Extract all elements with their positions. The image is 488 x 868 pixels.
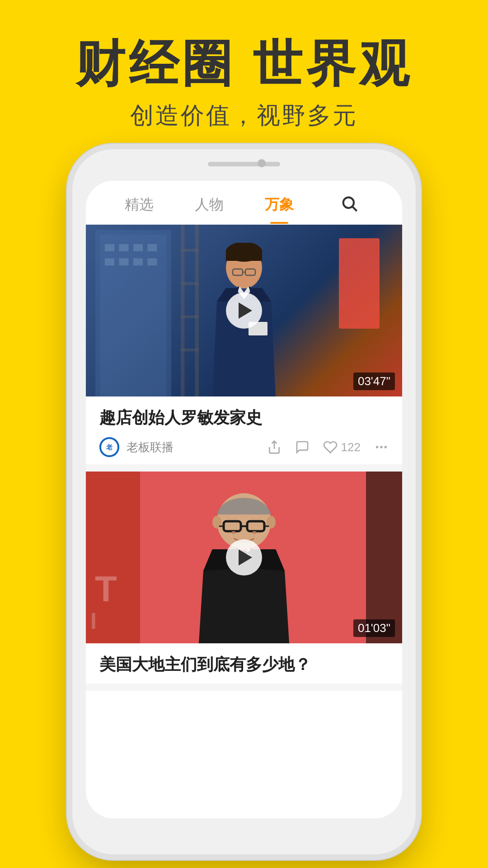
svg-rect-10: [133, 259, 143, 266]
svg-rect-4: [105, 244, 114, 251]
svg-rect-20: [226, 250, 262, 261]
like-action[interactable]: 122: [323, 440, 361, 454]
phone-screen: 精选 人物 万象: [86, 181, 402, 818]
video-duration-2: 01'03": [353, 619, 395, 637]
right-dark-block: [366, 472, 402, 643]
article-card-2: T I: [86, 472, 402, 683]
phone-mockup: 精选 人物 万象: [72, 149, 416, 854]
comment-action[interactable]: [295, 440, 310, 454]
search-button[interactable]: [314, 194, 384, 224]
tab-renwu[interactable]: 人物: [174, 195, 244, 224]
video-thumbnail-1[interactable]: 03'47": [86, 225, 402, 396]
share-icon: [267, 440, 282, 454]
svg-point-0: [343, 198, 353, 208]
article-title-1: 趣店创始人罗敏发家史: [99, 406, 389, 429]
svg-text:老: 老: [106, 443, 113, 451]
author-name-1: 老板联播: [127, 439, 260, 455]
svg-rect-6: [133, 244, 143, 251]
orange-banner: [339, 238, 380, 329]
svg-point-31: [385, 446, 387, 448]
content-area: 03'47" 趣店创始人罗敏发家史 老: [86, 225, 402, 691]
article-card: 03'47" 趣店创始人罗敏发家史 老: [86, 225, 402, 464]
more-icon: [374, 440, 389, 454]
phone-camera: [258, 159, 266, 167]
author-avatar-1: 老: [99, 437, 119, 457]
like-count-1: 122: [341, 440, 361, 454]
tab-jingxuan[interactable]: 精选: [104, 195, 174, 224]
play-triangle: [239, 302, 252, 319]
phone-notch: [208, 162, 280, 166]
app-sub-title: 创造价值，视野多元: [0, 100, 488, 132]
article-title-2: 美国大地主们到底有多少地？: [99, 653, 389, 676]
svg-point-30: [380, 446, 382, 448]
left-red-block: T I: [86, 472, 140, 643]
app-main-title: 财经圈 世界观: [0, 36, 488, 91]
heart-icon: [323, 440, 338, 454]
article-info-1: 趣店创始人罗敏发家史 老 老板联播: [86, 396, 402, 464]
svg-rect-5: [119, 244, 129, 251]
video-duration-1: 03'47": [353, 373, 395, 390]
svg-rect-8: [105, 259, 114, 266]
search-icon: [340, 194, 358, 212]
article-info-2: 美国大地主们到底有多少地？: [86, 643, 402, 683]
play-triangle-2: [239, 549, 252, 566]
play-button-1[interactable]: [226, 292, 262, 329]
phone-frame: 精选 人物 万象: [72, 149, 416, 854]
video-thumbnail-2[interactable]: T I: [86, 472, 402, 643]
svg-point-40: [231, 531, 236, 534]
comment-icon: [295, 440, 310, 454]
play-button-2[interactable]: [226, 539, 262, 576]
svg-rect-9: [119, 259, 129, 266]
author-logo: 老: [99, 437, 119, 457]
tab-wanxiang[interactable]: 万象: [244, 195, 314, 224]
svg-rect-7: [148, 244, 157, 251]
article-meta-1: 老 老板联播: [99, 437, 389, 457]
nav-tabs: 精选 人物 万象: [86, 181, 402, 225]
svg-line-1: [352, 207, 357, 211]
share-action[interactable]: [267, 440, 282, 454]
meta-actions-1: 122: [267, 440, 389, 454]
svg-rect-11: [148, 259, 157, 266]
svg-point-29: [376, 446, 378, 448]
more-action[interactable]: [374, 440, 389, 454]
svg-point-41: [252, 531, 257, 534]
